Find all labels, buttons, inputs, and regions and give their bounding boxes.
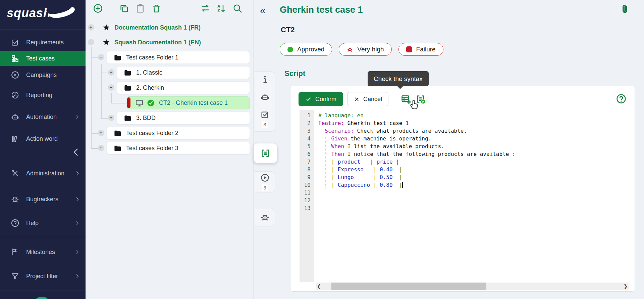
collapse-toggle[interactable]: − (108, 84, 114, 91)
action-word-icon (11, 134, 19, 143)
milestones-icon (11, 248, 19, 256)
star-icon (102, 38, 110, 46)
add-icon[interactable] (93, 3, 103, 13)
anchor-tab-strip: 33 (253, 0, 278, 299)
confirm-button[interactable]: Confirm (299, 92, 343, 106)
test-cases-icon (11, 54, 19, 63)
code-content[interactable]: # language: enFeature: Gherkin test case… (314, 110, 630, 212)
help-icon[interactable] (616, 93, 627, 104)
tree-folder-test-cases-folder-3[interactable]: Test cases Folder 3 (107, 142, 250, 155)
line-number: 11 (300, 189, 311, 197)
gherkin-code-editor[interactable]: 12345678910111213 # language: enFeature:… (300, 110, 630, 282)
user-avatar[interactable] (33, 297, 51, 299)
horizontal-scrollbar[interactable]: ❮ ❯ (316, 283, 629, 290)
squash-logo[interactable]: squash (7, 3, 75, 23)
line-number: 6 (300, 150, 311, 158)
swap-icon[interactable] (200, 3, 210, 13)
chevron-right-icon (75, 114, 80, 120)
sidebar-item-bugtrackers[interactable]: Bugtrackers (0, 192, 86, 207)
sidebar-item-action-word[interactable]: Action word (0, 131, 86, 146)
tab-verified-requirements[interactable]: 3 (255, 110, 275, 128)
sidebar-item-administration[interactable]: Administration (0, 166, 86, 181)
squash-logo-swoosh-icon (49, 6, 75, 20)
scroll-left-icon[interactable]: ❮ (316, 283, 322, 289)
collapse-tree-icon[interactable]: « (260, 5, 266, 16)
sidebar-item-label: Project filter (26, 273, 58, 280)
test-case-tree-panel: AZ+Documentation Squash 1 (FR)−Squash Do… (86, 0, 253, 299)
selection-bar (127, 97, 130, 108)
sidebar-item-reporting[interactable]: Reporting (0, 88, 86, 102)
sidebar-collapse-icon[interactable] (71, 147, 81, 157)
sidebar-item-milestones[interactable]: Milestones (0, 245, 86, 259)
tree-testcase-ct2-gherkin-test-case-1[interactable]: CT2 - Gherkin test case 1 (127, 96, 250, 109)
tree-project-squash-documentation-1-en[interactable]: Squash Documentation 1 (EN) (98, 36, 201, 49)
tab-automated-tests[interactable] (255, 92, 275, 103)
line-number: 2 (300, 119, 311, 127)
sidebar-item-test-cases[interactable]: Test cases (0, 51, 86, 66)
expand-toggle[interactable]: + (98, 145, 104, 151)
attachments-icon[interactable] (619, 3, 631, 19)
tab-information[interactable] (255, 75, 275, 86)
divider (0, 291, 86, 291)
cancel-button[interactable]: Cancel (347, 92, 388, 106)
paste-icon[interactable] (135, 3, 145, 13)
chevron-right-icon (75, 197, 80, 202)
scrollbar-thumb[interactable] (331, 283, 486, 290)
sidebar-item-help[interactable]: Help (0, 216, 86, 230)
sidebar-item-label: Requirements (26, 39, 64, 46)
requirements-icon (11, 38, 19, 47)
line-number: 1 (300, 112, 311, 119)
expand-toggle[interactable]: + (98, 130, 104, 136)
chevron-right-icon (75, 171, 80, 176)
tooltip-text: Check the syntax (374, 75, 423, 83)
tree-node-label: Documentation Squash 1 (FR) (114, 24, 201, 31)
copy-icon[interactable] (119, 3, 129, 13)
tab-issues[interactable] (255, 212, 275, 223)
expand-toggle[interactable]: + (108, 115, 114, 121)
sidebar-item-project-filter[interactable]: Project filter (0, 269, 86, 284)
monitor-icon (135, 99, 144, 107)
delete-icon[interactable] (151, 3, 161, 13)
sort-icon[interactable]: AZ (216, 3, 226, 13)
tab-executions[interactable]: 3 (255, 173, 275, 191)
tab-script-active[interactable] (254, 143, 277, 163)
test-case-reference: CT2 (281, 26, 295, 34)
collapse-toggle[interactable]: − (88, 39, 94, 45)
check-syntax-icon[interactable] (415, 94, 426, 104)
verified-requirements-icon (260, 110, 270, 121)
expand-toggle[interactable]: + (108, 69, 114, 76)
expand-toggle[interactable]: + (88, 24, 94, 31)
check-icon (305, 96, 312, 102)
tab-group: 3 (255, 171, 275, 193)
sidebar-item-automation[interactable]: Automation (0, 110, 86, 124)
code-line: | Expresso | 0.40 | (318, 166, 630, 173)
tree-connector (101, 73, 108, 73)
sidebar-item-campaigns[interactable]: Campaigns (0, 68, 86, 82)
status-badges: ApprovedVery highFailure (280, 43, 443, 56)
badge-label: Very high (357, 46, 384, 53)
tree-connector (101, 64, 102, 119)
tree-folder-test-cases-folder-1[interactable]: Test cases Folder 1 (107, 51, 250, 64)
tree-folder-2-gherkin[interactable]: 2. Gherkin (117, 81, 250, 94)
code-line: | Cappuccino | 0.80 | (318, 181, 630, 189)
failure-square-icon (406, 46, 412, 52)
insert-table-icon[interactable] (400, 94, 411, 104)
collapse-toggle[interactable]: − (98, 54, 104, 60)
search-icon[interactable] (232, 3, 243, 13)
tree-folder-test-cases-folder-2[interactable]: Test cases Folder 2 (107, 127, 250, 139)
squash-logo-text: squash (7, 6, 51, 20)
tree-folder-3-bdd[interactable]: 3. BDD (117, 112, 250, 124)
tree-connector (101, 88, 108, 88)
code-line: # language: en (318, 112, 630, 119)
folder-icon (114, 144, 121, 152)
sidebar-item-requirements[interactable]: Requirements (0, 35, 86, 50)
badge-approved: Approved (280, 43, 332, 56)
folder-icon (124, 69, 131, 77)
code-line (318, 189, 630, 197)
line-number: 12 (300, 197, 311, 204)
tree-folder-1-classic[interactable]: 1. Classic (117, 66, 250, 79)
scroll-right-icon[interactable]: ❯ (623, 283, 629, 289)
code-line: Given the machine is operating. (318, 135, 630, 142)
tree-project-documentation-squash-1-fr[interactable]: Documentation Squash 1 (FR) (98, 21, 201, 34)
chevron-right-icon (75, 249, 80, 255)
